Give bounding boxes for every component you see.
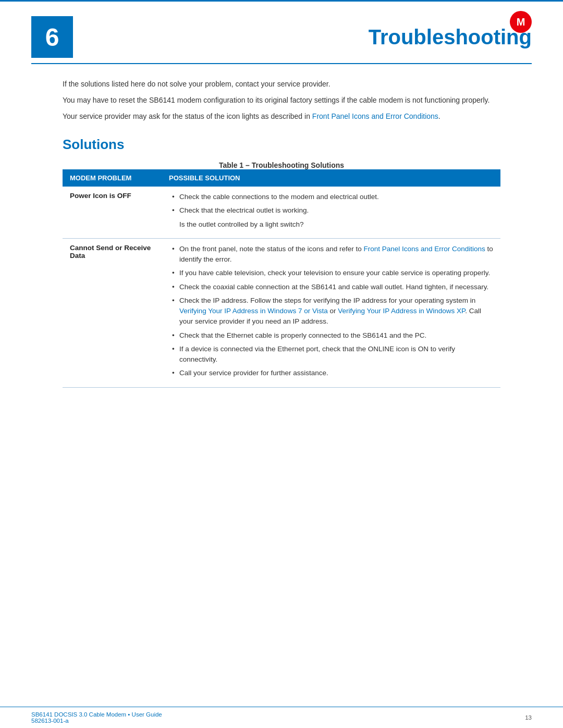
chapter-title: Troubleshooting [369,26,532,49]
solution-text-mid: or [328,307,338,315]
footer: SB6141 DOCSIS 3.0 Cable Modem • User Gui… [0,707,563,728]
col-header-solution: POSSIBLE SOLUTION [162,169,500,187]
solution-text: Check that the Ethernet cable is properl… [179,331,426,339]
list-item: If a device is connected via the Etherne… [169,344,493,365]
list-item: Check that the electrical outlet is work… [169,205,493,216]
motorola-letter: M [517,16,525,28]
table-caption: Table 1 – Troubleshooting Solutions [63,161,500,169]
problem-cell-2: Cannot Send or Receive Data [63,238,162,387]
winxp-ip-link[interactable]: Verifying Your IP Address in Windows XP [338,307,465,315]
chapter-number-box: 6 [31,16,73,58]
solutions-title: Solutions [63,137,500,153]
list-item: Check the cable connections to the modem… [169,192,493,202]
solution-cell-1: Check the cable connections to the modem… [162,187,500,238]
motorola-logo: M [510,11,532,33]
footer-page-number: 13 [525,714,532,721]
list-item: On the front panel, note the status of t… [169,244,493,265]
list-item: Check that the Ethernet cable is properl… [169,330,493,341]
solution-cell-2: On the front panel, note the status of t… [162,238,500,387]
list-item: Check the IP address. Follow the steps f… [169,295,493,327]
footer-left: SB6141 DOCSIS 3.0 Cable Modem • User Gui… [31,711,162,724]
list-item: Call your service provider for further a… [169,368,493,378]
table-row: Cannot Send or Receive Data On the front… [63,238,500,387]
intro-line3-after: . [438,112,440,120]
solution-text: If you have cable television, check your… [179,269,490,277]
solution-text: Call your service provider for further a… [179,369,328,377]
solution-text: On the front panel, note the status of t… [179,245,363,253]
list-item: Check the coaxial cable connection at th… [169,282,493,292]
main-content: If the solutions listed here do not solv… [0,64,563,707]
front-panel-link[interactable]: Front Panel Icons and Error Conditions [312,112,438,120]
intro-line3-before: Your service provider may ask for the st… [63,112,312,120]
intro-line1: If the solutions listed here do not solv… [63,79,500,90]
header: M 6 Troubleshooting [0,2,563,64]
table-header-row: MODEM PROBLEM POSSIBLE SOLUTION [63,169,500,187]
solution-text: Check the IP address. Follow the steps f… [179,297,475,304]
intro-line3: Your service provider may ask for the st… [63,111,500,122]
chapter-header: 6 Troubleshooting [31,16,532,64]
plain-text: Is the outlet controlled by a light swit… [169,219,493,230]
problem-cell-1: Power Icon is OFF [63,187,162,238]
front-panel-icons-link[interactable]: Front Panel Icons and Error Conditions [363,245,485,253]
page-container: M 6 Troubleshooting If the solutions lis… [0,0,563,728]
intro-line2: You may have to reset the SB6141 modem c… [63,95,500,106]
col-header-problem: MODEM PROBLEM [63,169,162,187]
chapter-number: 6 [45,23,59,52]
solution-text: If a device is connected via the Etherne… [179,345,455,363]
solution-text: Check the coaxial cable connection at th… [179,283,488,291]
table-row: Power Icon is OFF Check the cable connec… [63,187,500,238]
list-item: If you have cable television, check your… [169,268,493,278]
win7-ip-link[interactable]: Verifying Your IP Address in Windows 7 o… [179,307,328,315]
solutions-table: MODEM PROBLEM POSSIBLE SOLUTION Power Ic… [63,169,500,388]
footer-line2: 582613-001-a [31,718,162,724]
footer-line1: SB6141 DOCSIS 3.0 Cable Modem • User Gui… [31,711,162,718]
